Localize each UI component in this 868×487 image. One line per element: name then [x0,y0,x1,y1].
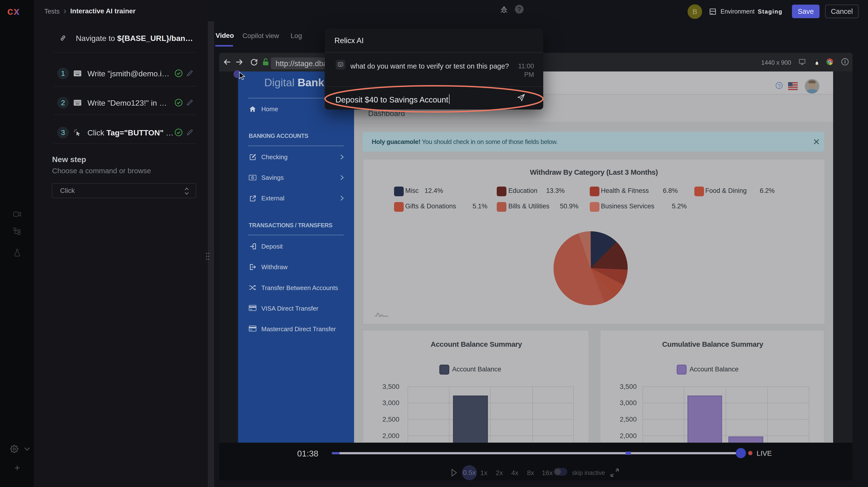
svg-text:c: c [7,6,13,17]
svg-text:x: x [13,6,20,17]
